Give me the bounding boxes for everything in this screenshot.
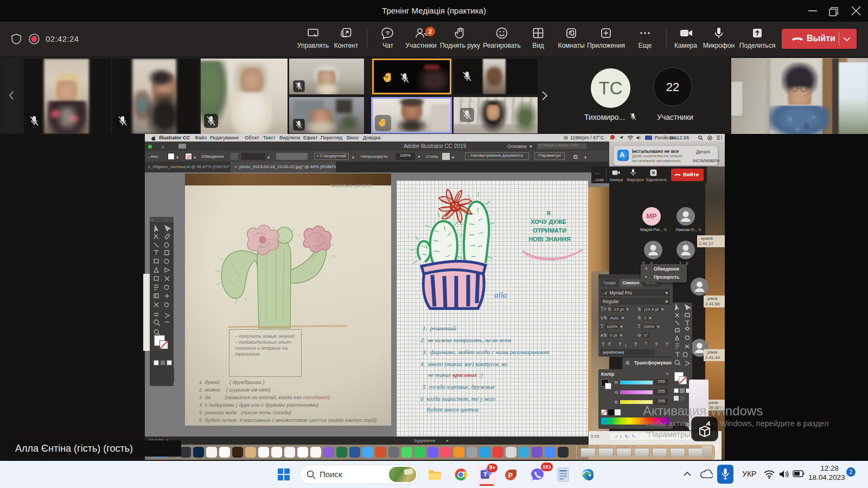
svg-text:ХОЧУ ДУЖЕ: ХОЧУ ДУЖЕ xyxy=(531,219,566,225)
svg-text:Я: Я xyxy=(546,210,550,216)
svg-text:alla: alla xyxy=(494,291,507,299)
svg-text:5 соседи хорошие, дружные: 5 соседи хорошие, дружные xyxy=(423,383,495,390)
svg-text:3. фаровано, любит когда с ни: 3. фаровано, любит когда с ними разговар… xyxy=(422,349,549,355)
svg-text:НОВІ ЗНАННЯ: НОВІ ЗНАННЯ xyxy=(528,236,570,242)
svg-text:P: P xyxy=(508,472,513,479)
svg-text:T: T xyxy=(483,471,487,478)
svg-text:2. не важно потрогать, но не: 2. не важно потрогать, но не всем xyxy=(420,337,511,343)
svg-text:не таких красивых :): не таких красивых :) xyxy=(428,371,483,378)
svg-text:4. много (таких же) кактусов,: 4. много (таких же) кактусов, но xyxy=(420,361,508,368)
svg-text:6 когда вырастет, то у него: 6 когда вырастет, то у него xyxy=(420,395,495,402)
svg-text:1. решивший: 1. решивший xyxy=(423,325,457,331)
svg-text:будет много цветов: будет много цветов xyxy=(427,406,478,413)
svg-text:ОТРИМАТИ: ОТРИМАТИ xyxy=(533,227,566,234)
